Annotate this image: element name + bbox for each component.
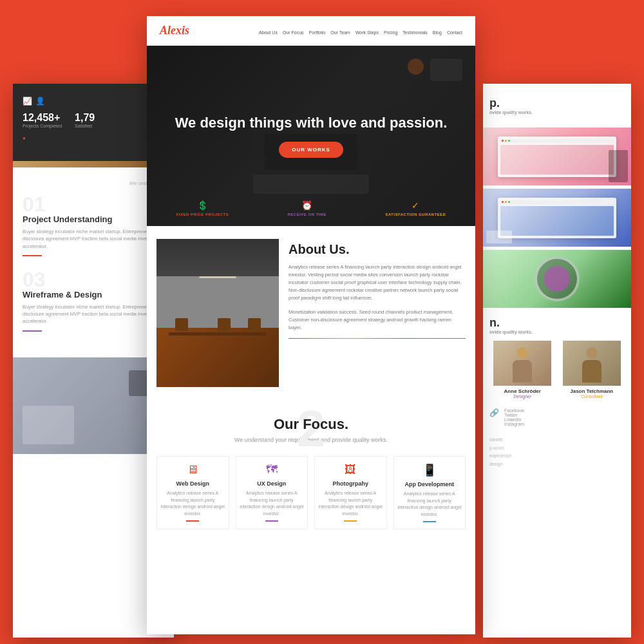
app-dev-icon: 📱: [397, 463, 462, 477]
focus-item-photo: 🖼 Photogrpahy Analytics release series A…: [314, 456, 387, 529]
hero-badge-satisfaction: ✓ SATISFACTION GURANTEED: [385, 200, 446, 216]
nav-link-worksteps[interactable]: Work Steps: [355, 30, 379, 35]
nav-link-testimonials[interactable]: Testimonials: [402, 30, 428, 35]
about-title: About Us.: [289, 242, 466, 257]
right-header-title: p.: [489, 97, 625, 110]
team-header-label: n. ovide quality works.: [483, 311, 631, 337]
focus-text-ux: Analytics release series A financing lau…: [240, 490, 305, 517]
focus-divider-web: [186, 520, 199, 522]
office-light: [200, 276, 236, 278]
about-image: [156, 239, 279, 387]
team-member-anne: Anne Schröder Designer: [489, 341, 556, 399]
office-table: [169, 332, 267, 336]
about-body-2: Monetization validation success. Seed ro…: [289, 308, 466, 332]
focus-text-web: Analytics release series A financing lau…: [160, 490, 225, 517]
social-row: 🔗 Facebook Twitter LinkedIn Instagram: [489, 408, 625, 426]
nav-link-portfolio[interactable]: Portfolio: [309, 30, 326, 35]
person-head-anne: [516, 347, 528, 359]
portfolio-img-green: [483, 250, 631, 308]
clock-icon: ⏰: [287, 200, 327, 211]
focus-grid: 🖥 Web Design Analytics release series A …: [156, 456, 466, 529]
main-card: Alexis About Us Our Focus Portfolio Our …: [147, 16, 475, 634]
team-name-anne: Anne Schröder: [489, 388, 556, 394]
social-link-tw: Twitter: [504, 413, 524, 417]
about-section: About Us. Analytics release series A fin…: [147, 226, 475, 397]
stat-label-projects: Projects Completed: [23, 124, 62, 128]
team-member-jason: Jason Telchmann Consultant: [559, 341, 625, 399]
photography-icon: 🖼: [318, 463, 383, 477]
badge-label-time: RECEIVE ON TIME: [287, 213, 327, 216]
nav-logo: Alexis: [160, 24, 189, 37]
hero-badge-time: ⏰ RECEIVE ON TIME: [287, 200, 327, 216]
right-subtitle: ovide quality works.: [489, 110, 625, 115]
mock-ui-3: [483, 250, 631, 308]
dollar-icon: 💲: [176, 200, 229, 211]
team-subtitle: ovide quality works.: [489, 330, 625, 334]
nav-link-about[interactable]: About Us: [259, 30, 278, 35]
about-text: About Us. Analytics release series A fin…: [289, 239, 466, 387]
nav-item-pricing[interactable]: Pricing: [384, 25, 397, 37]
nav-link-blog[interactable]: Blog: [433, 30, 442, 35]
stat-projects: 12,458+ Projects Completed ●: [23, 112, 62, 142]
mock-content-1: [500, 145, 614, 175]
user-icon: 👤: [35, 97, 45, 106]
person-silhouette-jason: [579, 347, 605, 386]
mock-dot-red-2: [502, 201, 504, 203]
mock-window-2: [498, 198, 616, 238]
focus-item-web: 🖥 Web Design Analytics release series A …: [156, 456, 229, 529]
mock-toolbar-1: [500, 139, 614, 143]
nav-item-worksteps[interactable]: Work Steps: [355, 25, 379, 37]
left-we-understand: We understand: [23, 180, 164, 186]
about-body-1: Analytics release series A financing lau…: [289, 263, 466, 302]
check-icon: ✓: [385, 200, 446, 211]
nav-link-pricing[interactable]: Pricing: [384, 30, 397, 35]
mock-ui-2: [483, 189, 631, 247]
office-floor: [156, 328, 279, 387]
step-item-3: 03 Wireframe & Design Buyer strategy inc…: [23, 269, 164, 332]
portfolio-item-2: [483, 189, 631, 247]
mock-widget-2: [486, 231, 512, 243]
person-head-jason: [586, 347, 598, 359]
chair-1: [175, 318, 188, 331]
mock-sidebar-1: [609, 150, 628, 182]
tag-4: design: [489, 460, 625, 469]
step-divider-1: [23, 255, 42, 256]
team-name-jason: Jason Telchmann: [559, 388, 625, 394]
stat-label-satisfied: Satisfied: [75, 124, 95, 128]
team-photo-jason: [563, 341, 621, 386]
tag-3: experience: [489, 452, 625, 460]
step-title-1: Project Understanding: [23, 214, 164, 224]
nav-item-testimonials[interactable]: Testimonials: [402, 25, 428, 37]
nav-item-team[interactable]: Our Team: [330, 25, 350, 37]
nav-item-blog[interactable]: Blog: [433, 25, 442, 37]
step-text-1: Buyer strategy incubator niche market st…: [23, 228, 164, 250]
chair-3: [248, 318, 261, 331]
focus-text-app: Analytics release series A financing lau…: [397, 491, 462, 518]
nav-link-contact[interactable]: Contact: [447, 30, 462, 35]
nav-item-about[interactable]: About Us: [259, 25, 278, 37]
chart-icon: 📈: [23, 97, 32, 106]
hero-section: We design things with love and passion. …: [147, 46, 475, 226]
badge-label-satisfaction: SATISFACTION GURANTEED: [385, 213, 446, 216]
person-body-jason: [582, 360, 601, 383]
nav-item-contact[interactable]: Contact: [447, 25, 462, 37]
nav-item-focus[interactable]: Our Focus: [283, 25, 304, 37]
nav-link-focus[interactable]: Our Focus: [283, 30, 304, 35]
focus-divider-app: [423, 521, 436, 522]
focus-section-title: Our Focus.: [156, 416, 466, 433]
step-divider-3: [23, 330, 42, 332]
stat-satisfied: 1,79 Satisfied: [75, 112, 95, 142]
focus-title-wrapper: 2 Our Focus.: [156, 416, 466, 433]
portfolio-item-1: [483, 128, 631, 185]
nav-link-team[interactable]: Our Team: [330, 30, 350, 35]
mock-dot-yellow-2: [505, 201, 507, 203]
red-dot-icon: ●: [23, 135, 26, 141]
nav-item-portfolio[interactable]: Portfolio: [309, 25, 326, 37]
team-photo-anne: [493, 341, 551, 386]
focus-title-photo: Photogrpahy: [318, 480, 383, 487]
our-works-button[interactable]: OUR WORKS: [279, 142, 343, 158]
ux-design-icon: 🗺: [240, 463, 305, 477]
hero-badge-price: 💲 FIXED PRICE PROJECTS: [176, 200, 229, 216]
right-card: p. ovide quality works.: [483, 84, 631, 638]
mock-circle: [535, 256, 580, 301]
